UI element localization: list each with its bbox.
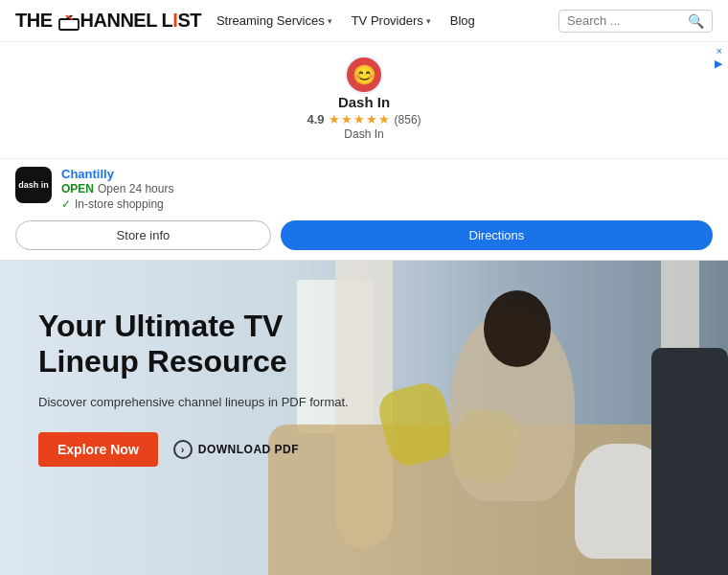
nav-blog[interactable]: Blog: [443, 10, 483, 32]
site-logo[interactable]: THE HANNEL L I ST: [15, 10, 201, 32]
nav-links: Streaming Services ▾ TV Providers ▾ Blog: [209, 10, 483, 32]
download-pdf-label: DOWNLOAD PDF: [198, 443, 299, 456]
ad-stars: ★★★★★: [329, 112, 391, 126]
checkmark-icon: ✓: [61, 197, 71, 211]
nav-streaming[interactable]: Streaming Services ▾: [209, 10, 340, 32]
store-info-button[interactable]: Store info: [15, 220, 271, 250]
ad-banner: × ▶ 😊 Dash In 4.9 ★★★★★ (856) Dash In da…: [0, 42, 728, 261]
tv-icon: [58, 13, 80, 29]
nav-tv-providers[interactable]: TV Providers ▾: [344, 10, 439, 32]
ad-logo-img: 😊: [347, 58, 381, 92]
ad-rating-count: (856): [395, 113, 421, 126]
directions-button[interactable]: Directions: [281, 220, 713, 250]
ad-store-feature: ✓ In-store shopping: [61, 197, 713, 211]
hair-shape: [484, 290, 551, 367]
logo-text: HANNEL L: [80, 10, 173, 32]
hero-buttons: Explore Now › DOWNLOAD PDF: [38, 432, 364, 467]
navbar: THE HANNEL L I ST Streaming Services ▾ T…: [0, 0, 728, 42]
ad-rating-number: 4.9: [307, 112, 324, 126]
search-icon: 🔍: [688, 13, 704, 29]
hero-title: Your Ultimate TVLineup Resource: [38, 309, 364, 380]
ad-store-status: OPEN Open 24 hours: [61, 182, 713, 196]
ad-store-open-badge: OPEN: [61, 182, 94, 196]
ad-store-hours: Open 24 hours: [98, 182, 173, 196]
ad-store-logo-text: dash in: [18, 180, 49, 190]
svg-rect-0: [59, 19, 79, 30]
chevron-down-icon: ▾: [328, 16, 332, 26]
ad-subtitle: Dash In: [344, 127, 383, 141]
ad-buttons: Store info Directions: [0, 220, 728, 260]
ad-close-button[interactable]: ×: [717, 46, 722, 57]
ad-rating: 4.9 ★★★★★ (856): [307, 112, 421, 126]
search-bar[interactable]: 🔍: [558, 10, 713, 33]
logo-end: ST: [177, 10, 201, 32]
logo-prefix: THE: [15, 10, 57, 32]
chevron-down-icon: ▾: [426, 16, 431, 26]
hero-subtitle: Discover comprehensive channel lineups i…: [38, 395, 364, 409]
ad-content: 😊 Dash In 4.9 ★★★★★ (856) Dash In: [0, 52, 728, 158]
ad-close-area: × ▶: [715, 46, 722, 70]
ad-store-row: dash in Chantilly OPEN Open 24 hours ✓ I…: [0, 158, 728, 220]
ad-arrow-icon[interactable]: ▶: [715, 58, 722, 70]
ad-title: Dash In: [338, 94, 390, 110]
ad-store-feature-label: In-store shopping: [75, 197, 164, 211]
hero-section: Your Ultimate TVLineup Resource Discover…: [0, 261, 728, 575]
ad-store-info: Chantilly OPEN Open 24 hours ✓ In-store …: [61, 167, 713, 211]
ad-store-logo: dash in: [15, 167, 52, 203]
ad-brand-icon: 😊: [345, 56, 383, 94]
arrow-right-icon: ›: [173, 440, 193, 459]
ad-emoji: 😊: [353, 63, 376, 86]
dark-couch-shape: [651, 348, 728, 575]
explore-now-button[interactable]: Explore Now: [38, 432, 158, 467]
download-pdf-button[interactable]: › DOWNLOAD PDF: [173, 440, 299, 459]
hero-content: Your Ultimate TVLineup Resource Discover…: [0, 261, 402, 505]
search-input[interactable]: [567, 13, 682, 28]
ad-store-name[interactable]: Chantilly: [61, 167, 713, 181]
